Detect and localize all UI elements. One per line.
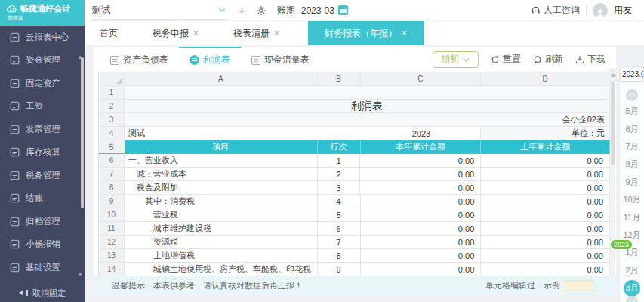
cell-prior-amount[interactable]: 0.00	[481, 154, 610, 168]
cell-line[interactable]: 9	[318, 263, 361, 276]
sidebar-scroll-down-icon[interactable]: ▼	[77, 272, 83, 278]
month-item[interactable]: 9月	[620, 174, 644, 191]
header-item[interactable]: 项目	[125, 140, 318, 154]
row-number[interactable]: 7	[99, 168, 125, 181]
scrollbar-thumb[interactable]	[611, 78, 615, 165]
tab-close-icon[interactable]: ×	[402, 28, 407, 39]
consult-button[interactable]: 人工咨询	[531, 4, 580, 17]
corner-select-all[interactable]	[99, 72, 125, 86]
gear-icon[interactable]	[256, 5, 267, 16]
avatar[interactable]	[593, 3, 608, 18]
tab-close-icon[interactable]: ×	[274, 28, 279, 39]
cell-item[interactable]: 一、营业收入	[125, 154, 318, 168]
refresh-button[interactable]: 刷新	[533, 53, 563, 66]
month-item[interactable]: 5月	[620, 103, 644, 120]
sidebar-item-archive[interactable]: 归档管理	[0, 210, 85, 233]
cell-current-amount[interactable]: 0.00	[361, 195, 482, 208]
row-number[interactable]: 3	[99, 113, 125, 127]
cell-item[interactable]: 城市维护建设税	[125, 222, 318, 236]
sheet-title-cell[interactable]: 利润表	[125, 100, 610, 113]
unit-cell[interactable]: 单位：元	[481, 127, 610, 140]
period-value[interactable]: 2023-03	[301, 5, 334, 16]
row-number[interactable]: 10	[99, 208, 125, 222]
cell-prior-amount[interactable]: 0.00	[481, 195, 610, 208]
cell-item[interactable]: 资源税	[125, 236, 318, 249]
header-prior[interactable]: 上年累计金额	[481, 140, 610, 154]
rail-period-header[interactable]: 2023.03	[620, 66, 644, 82]
month-item[interactable]: 2月	[620, 262, 644, 279]
scroll-up-circle-icon[interactable]	[626, 89, 638, 101]
row-number[interactable]: 2	[99, 100, 125, 113]
row-number[interactable]: 6	[99, 154, 125, 168]
column-header-b[interactable]: B	[318, 72, 361, 86]
sidebar-item-reimburse[interactable]: 小畅报销	[0, 233, 85, 257]
company-select[interactable]: 测试	[92, 2, 226, 20]
row-number[interactable]: 11	[99, 222, 125, 236]
reset-button[interactable]: 重置	[491, 53, 521, 66]
cell-line[interactable]: 3	[318, 181, 361, 195]
column-header-d[interactable]: D	[481, 72, 610, 86]
month-item[interactable]: 3月	[620, 279, 644, 297]
file-tab[interactable]: 税表清册 ×	[227, 21, 285, 45]
cell-current-amount[interactable]: 0.00	[361, 249, 482, 263]
row-number[interactable]: 13	[99, 249, 125, 263]
sidebar-item-closing[interactable]: 结账	[0, 187, 85, 211]
cell-prior-amount[interactable]: 0.00	[481, 222, 610, 236]
cell-item[interactable]: 城镇土地使用税、房产税、车船税、印花税	[125, 263, 318, 276]
sidebar-item-funds[interactable]: 资金管理	[0, 49, 85, 72]
cell-line[interactable]: 1	[318, 154, 361, 168]
sidebar-scrollbar[interactable]	[81, 57, 84, 208]
cell-current-amount[interactable]: 0.00	[360, 181, 481, 195]
cell-prior-amount[interactable]: 0.00	[481, 208, 610, 222]
cell-prior-amount[interactable]: 0.00	[481, 181, 610, 195]
report-tab[interactable]: 利润表	[179, 47, 241, 72]
cell-prior-amount[interactable]: 0.00	[481, 168, 610, 181]
row-number[interactable]: 4	[99, 127, 125, 140]
report-tab[interactable]: 现金流量表	[241, 47, 320, 72]
month-item[interactable]: 10月	[620, 191, 644, 208]
file-tab[interactable]: 税务申报 ×	[146, 21, 205, 45]
cell-item[interactable]: 其中：消费税	[125, 195, 318, 208]
month-item[interactable]: 7月	[620, 138, 644, 156]
user-name[interactable]: 用友	[614, 4, 632, 17]
empty-cell[interactable]	[125, 86, 610, 100]
cell-item[interactable]: 营业税	[125, 208, 318, 222]
form-code-cell[interactable]: 会小企02表	[125, 113, 610, 127]
tab-close-icon[interactable]: ×	[193, 28, 199, 39]
column-header-c[interactable]: C	[361, 72, 482, 86]
month-item[interactable]: 11月	[620, 208, 644, 226]
cell-item[interactable]: 减：营业成本	[125, 168, 318, 181]
cell-line[interactable]: 7	[318, 236, 361, 249]
sidebar-item-inventory[interactable]: 库存核算	[0, 141, 85, 165]
sidebar-item-tax[interactable]: 税务管理	[0, 164, 85, 187]
cell-current-amount[interactable]: 0.00	[361, 236, 482, 249]
header-line[interactable]: 行次	[318, 140, 361, 154]
cell-line[interactable]: 5	[318, 208, 361, 222]
company-year-cell[interactable]: 测试 2023	[125, 127, 481, 140]
sidebar-item-cloud-report[interactable]: 云报表中心	[0, 26, 85, 49]
cell-item[interactable]: 土地增值税	[125, 249, 318, 263]
add-account-button[interactable]: +	[239, 4, 245, 17]
cell-current-amount[interactable]: 0.00	[360, 168, 481, 181]
cell-line[interactable]: 6	[318, 222, 361, 236]
row-number[interactable]: 12	[99, 236, 125, 249]
sidebar-item-fixed-assets[interactable]: 固定资产	[0, 72, 85, 95]
row-number[interactable]: 1	[99, 86, 125, 100]
row-number[interactable]: 9	[99, 195, 125, 208]
cell-prior-amount[interactable]: 0.00	[481, 236, 610, 249]
row-number[interactable]: 8	[99, 181, 125, 195]
cell-line[interactable]: 2	[318, 168, 361, 181]
cell-prior-amount[interactable]: 0.00	[481, 249, 610, 263]
header-current[interactable]: 本年累计金额	[361, 140, 482, 154]
cell-line[interactable]: 4	[318, 195, 361, 208]
row-number[interactable]: 14	[99, 263, 125, 276]
cell-line[interactable]: 8	[318, 249, 361, 263]
cell-item[interactable]: 税金及附加	[125, 181, 318, 195]
sidebar-item-invoice[interactable]: 发票管理	[0, 118, 85, 141]
report-tab[interactable]: 资产负债表	[100, 47, 179, 72]
file-tab[interactable]: 财务报表（年报） ×	[308, 21, 424, 45]
cell-current-amount[interactable]: 0.00	[360, 154, 481, 168]
month-item[interactable]: 8月	[620, 156, 644, 173]
unpin-button[interactable]: 取消固定	[0, 284, 85, 302]
cell-current-amount[interactable]: 0.00	[361, 263, 482, 276]
